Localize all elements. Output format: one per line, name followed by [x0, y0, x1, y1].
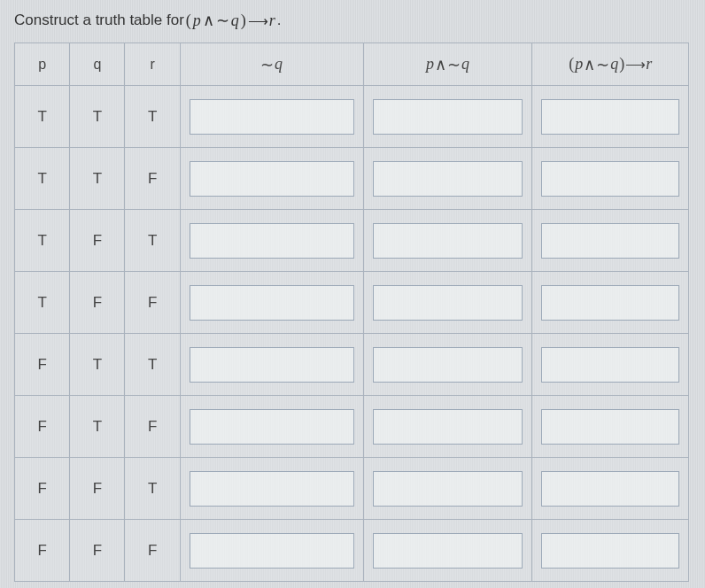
and-op: ∧: [203, 11, 214, 30]
input-implication[interactable]: [541, 161, 679, 197]
cell-r: T: [125, 458, 180, 520]
cell-p: T: [15, 272, 70, 334]
cell-r: F: [125, 272, 180, 334]
input-not-q[interactable]: [190, 409, 354, 445]
cell-p: F: [15, 458, 70, 520]
prompt-text: Construct a truth table for (p∧ ∼ q) ⟶ r…: [14, 11, 691, 30]
cell-r: T: [125, 334, 180, 396]
cell-r: F: [125, 520, 180, 582]
input-implication[interactable]: [541, 533, 679, 569]
cell-q: F: [70, 520, 125, 582]
cell-p: T: [15, 86, 70, 148]
cell-p: F: [15, 520, 70, 582]
hdr2-q: q: [461, 55, 469, 74]
hdr2-and: ∧: [435, 55, 446, 74]
prompt-lead: Construct a truth table for: [14, 12, 184, 29]
input-implication[interactable]: [541, 223, 679, 259]
tilde-op: ∼: [216, 11, 229, 30]
var-q: q: [231, 12, 239, 30]
input-p-and-not-q[interactable]: [373, 471, 523, 507]
table-row: T F T: [15, 210, 689, 272]
input-not-q[interactable]: [190, 347, 354, 383]
header-p: p: [15, 43, 70, 86]
input-p-and-not-q[interactable]: [373, 161, 523, 197]
table-row: T T F: [15, 148, 689, 210]
input-p-and-not-q[interactable]: [373, 223, 523, 259]
table-row: F T F: [15, 396, 689, 458]
input-implication[interactable]: [541, 347, 679, 383]
table-row: F T T: [15, 334, 689, 396]
hdr3-arrow: ⟶: [625, 56, 645, 73]
cell-q: T: [70, 396, 125, 458]
input-not-q[interactable]: [190, 161, 354, 197]
hdr-q: q: [275, 55, 283, 74]
cell-p: T: [15, 148, 70, 210]
header-r: r: [125, 43, 180, 86]
table-row: F F F: [15, 520, 689, 582]
input-not-q[interactable]: [190, 285, 354, 321]
table-row: T T T: [15, 86, 689, 148]
hdr-tilde: ∼: [260, 55, 274, 74]
input-p-and-not-q[interactable]: [373, 533, 523, 569]
cell-q: F: [70, 458, 125, 520]
input-p-and-not-q[interactable]: [373, 285, 523, 321]
input-p-and-not-q[interactable]: [373, 347, 523, 383]
input-not-q[interactable]: [190, 533, 354, 569]
hdr2-p: p: [426, 55, 434, 74]
cell-r: T: [125, 86, 180, 148]
paren-close: ): [241, 12, 246, 30]
table-body: T T T T T F T F T T F F: [15, 86, 689, 582]
input-implication[interactable]: [541, 471, 679, 507]
input-implication[interactable]: [541, 99, 679, 135]
input-not-q[interactable]: [190, 471, 354, 507]
arrow-op: ⟶: [248, 12, 267, 29]
cell-p: F: [15, 334, 70, 396]
cell-q: T: [70, 148, 125, 210]
cell-r: T: [125, 210, 180, 272]
hdr3-tilde: ∼: [596, 55, 609, 74]
header-q: q: [70, 43, 125, 86]
hdr3-p: p: [575, 55, 583, 74]
hdr2-tilde: ∼: [447, 55, 461, 74]
hdr3-and: ∧: [584, 55, 595, 74]
cell-r: F: [125, 396, 180, 458]
table-row: T F F: [15, 272, 689, 334]
input-p-and-not-q[interactable]: [373, 409, 523, 445]
input-implication[interactable]: [541, 285, 679, 321]
cell-p: F: [15, 396, 70, 458]
hdr3-open: (: [569, 55, 574, 74]
hdr3-close: ): [619, 55, 624, 74]
input-not-q[interactable]: [190, 223, 354, 259]
table-row: F F T: [15, 458, 689, 520]
cell-q: F: [70, 272, 125, 334]
cell-r: F: [125, 148, 180, 210]
truth-table: p q r ∼ q p∧ ∼ q (p∧ ∼ q): [14, 43, 689, 582]
header-not-q: ∼ q: [180, 43, 363, 86]
header-implication: (p∧ ∼ q) ⟶ r: [532, 43, 689, 86]
cell-q: T: [70, 86, 125, 148]
cell-q: F: [70, 210, 125, 272]
hdr3-q: q: [610, 55, 618, 74]
input-p-and-not-q[interactable]: [373, 99, 523, 135]
header-p-and-not-q: p∧ ∼ q: [363, 43, 532, 86]
var-p: p: [193, 12, 201, 30]
paren-open: (: [186, 12, 191, 30]
cell-q: T: [70, 334, 125, 396]
cell-p: T: [15, 210, 70, 272]
var-r: r: [269, 12, 275, 30]
period: .: [277, 12, 282, 29]
header-row: p q r ∼ q p∧ ∼ q (p∧ ∼ q): [15, 43, 689, 86]
input-not-q[interactable]: [190, 99, 354, 135]
input-implication[interactable]: [541, 409, 679, 445]
hdr3-r: r: [646, 55, 652, 74]
